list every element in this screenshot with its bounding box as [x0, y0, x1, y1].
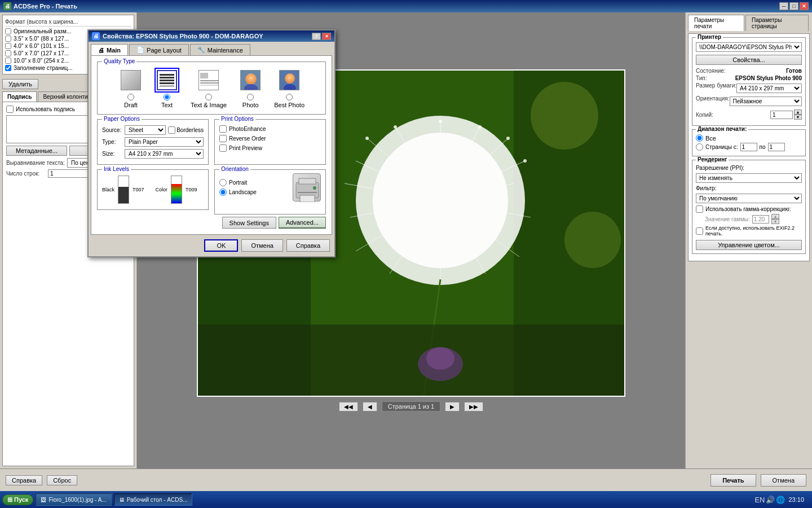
- quality-section-title: Quality Type: [102, 58, 136, 64]
- prev-page-button[interactable]: ◀: [363, 402, 377, 411]
- checkbox-10x8-input[interactable]: [5, 58, 11, 64]
- metadata-button[interactable]: Метаданные...: [6, 146, 67, 156]
- ppi-select[interactable]: Не изменять: [696, 173, 802, 183]
- status-row: Состояние: Готов: [696, 68, 802, 74]
- quality-icons-row: Draft Text: [102, 65, 321, 111]
- checkbox-fill-input[interactable]: [5, 65, 11, 71]
- advanced-button[interactable]: Advanced...: [279, 217, 326, 229]
- cancel-button[interactable]: Отмена: [761, 474, 806, 487]
- properties-button[interactable]: Свойства...: [696, 55, 802, 65]
- quality-bestphoto[interactable]: Best Photo: [274, 68, 304, 108]
- exif-checkbox-row: Если доступно, использовать EXIF2.2 печа…: [696, 225, 802, 237]
- exif-checkbox[interactable]: [696, 227, 703, 235]
- last-page-button[interactable]: ▶▶: [464, 402, 483, 411]
- landscape-radio[interactable]: [219, 189, 227, 196]
- gamma-up[interactable]: ▲: [771, 214, 779, 219]
- modal-tab-main[interactable]: 🖨 Main: [91, 44, 128, 55]
- minimize-button[interactable]: ─: [779, 2, 788, 10]
- tab-page-params[interactable]: Параметры страницы: [745, 15, 809, 31]
- modal-help-footer-button[interactable]: Справка: [286, 239, 330, 252]
- checkbox-5x7-input[interactable]: [5, 50, 11, 56]
- quality-text-radio[interactable]: [164, 94, 170, 100]
- modal-help-btn[interactable]: ?: [312, 33, 321, 40]
- quality-photo[interactable]: Photo: [238, 68, 263, 108]
- print-preview-checkbox[interactable]: [219, 144, 227, 152]
- svg-point-5: [564, 212, 621, 268]
- gamma-value-input[interactable]: [752, 215, 769, 224]
- checkbox-3x5-input[interactable]: [5, 36, 11, 42]
- paper-size-row: Размер бумаги: A4 210 x 297 mm: [696, 82, 802, 94]
- modal-tab-maintenance[interactable]: 🔧 Maintenance: [190, 44, 250, 55]
- svg-rect-46: [299, 178, 316, 184]
- modal-tab-page-layout[interactable]: 📄 Page Layout: [129, 44, 189, 55]
- first-page-button[interactable]: ◀◀: [339, 402, 358, 411]
- photo-enhance-row: PhotoEnhance: [219, 125, 321, 133]
- ink-orientation-row: Ink Levels Black T007: [97, 169, 326, 214]
- quality-textimg-label: Text & Image: [191, 102, 227, 108]
- borderless-label[interactable]: Borderless: [168, 126, 204, 134]
- type-select[interactable]: Plain Paper: [125, 137, 204, 147]
- maximize-button[interactable]: □: [789, 2, 798, 10]
- help-button[interactable]: Справка: [6, 475, 42, 485]
- use-signature-checkbox[interactable]: [6, 106, 14, 113]
- ok-button[interactable]: OK: [204, 239, 238, 252]
- ink-black-fill: [118, 187, 129, 203]
- show-settings-button[interactable]: Show Settings: [222, 217, 276, 229]
- reverse-order-checkbox[interactable]: [219, 135, 227, 142]
- quality-bestphoto-radio[interactable]: [286, 94, 293, 100]
- reset-button[interactable]: Сброс: [47, 475, 77, 485]
- svg-point-43: [285, 73, 295, 84]
- printer-select[interactable]: \\DOM-DARAGOY\EPSON Stylus Photo 90...: [696, 42, 802, 52]
- photo-enhance-checkbox[interactable]: [219, 125, 227, 133]
- source-row: Source: Sheet Borderless: [102, 125, 204, 135]
- tab-signature[interactable]: Подпись: [2, 91, 37, 102]
- gamma-checkbox[interactable]: [696, 205, 703, 213]
- orientation-select[interactable]: Пейзажное: [730, 97, 802, 106]
- quality-draft[interactable]: Draft: [118, 68, 143, 108]
- ink-color-bar: [171, 176, 182, 204]
- source-select[interactable]: Sheet: [125, 125, 166, 135]
- title-text: ACDSee Pro - Печать: [14, 3, 77, 10]
- modal-close-btn[interactable]: ✕: [322, 33, 331, 40]
- taskbar-item-icon-0: 🖼: [41, 497, 46, 503]
- taskbar-item-icon-1: 🖥: [119, 497, 125, 503]
- gamma-down[interactable]: ▼: [771, 219, 779, 224]
- portrait-radio[interactable]: [219, 179, 227, 186]
- print-button[interactable]: Печать: [710, 474, 756, 487]
- range-from-input[interactable]: [740, 143, 757, 151]
- next-page-button[interactable]: ▶: [445, 402, 460, 411]
- borderless-checkbox[interactable]: [168, 126, 175, 134]
- taskbar-item-0[interactable]: 🖼 Fioro_1600(1).jpg - A...: [36, 493, 111, 506]
- copies-input[interactable]: [770, 111, 793, 119]
- quality-textimg-radio[interactable]: [205, 94, 212, 100]
- quality-draft-radio[interactable]: [127, 94, 134, 100]
- modal-cancel-button[interactable]: Отмена: [241, 239, 283, 252]
- all-pages-radio[interactable]: [696, 134, 703, 142]
- gamma-spinner: ▲ ▼: [771, 214, 779, 224]
- align-label: Выравнивание текста:: [6, 160, 65, 166]
- checkbox-4x6-input[interactable]: [5, 43, 11, 49]
- range-to-input[interactable]: [768, 143, 785, 151]
- color-manage-button[interactable]: Управление цветом...: [696, 240, 802, 250]
- copies-up[interactable]: ▲: [794, 110, 802, 115]
- pages-range-radio[interactable]: [696, 143, 703, 151]
- lines-label: Число строк:: [6, 170, 46, 177]
- delete-button[interactable]: Удалить: [2, 79, 38, 89]
- start-button[interactable]: ⊞ Пуск: [2, 494, 33, 505]
- close-button[interactable]: ✕: [800, 2, 809, 10]
- quality-text[interactable]: Text: [155, 68, 179, 108]
- quality-textimg[interactable]: Text & Image: [191, 68, 227, 108]
- checkbox-original-input[interactable]: [5, 28, 11, 34]
- modal-controls: ? ✕: [312, 33, 331, 40]
- paper-size-select[interactable]: A4 210 x 297 mm: [736, 84, 802, 93]
- print-options-section: Print Options PhotoEnhance Reverse Order…: [214, 119, 326, 165]
- rendering-section-title: Рендеринг: [696, 156, 729, 163]
- quality-photo-radio[interactable]: [247, 94, 254, 100]
- orientation-section: Orientation Portrait Landscape: [214, 169, 326, 214]
- tab-print-params[interactable]: Параметры печати: [688, 15, 744, 31]
- taskbar-item-1[interactable]: 🖥 Рабочий стол - ACDS...: [114, 493, 193, 506]
- size-select[interactable]: A4 210 x 297 mm: [125, 149, 204, 159]
- format-label: Формат (высота х ширина...: [5, 17, 131, 27]
- filter-select[interactable]: По умолчанию: [696, 194, 802, 203]
- copies-down[interactable]: ▼: [794, 115, 802, 120]
